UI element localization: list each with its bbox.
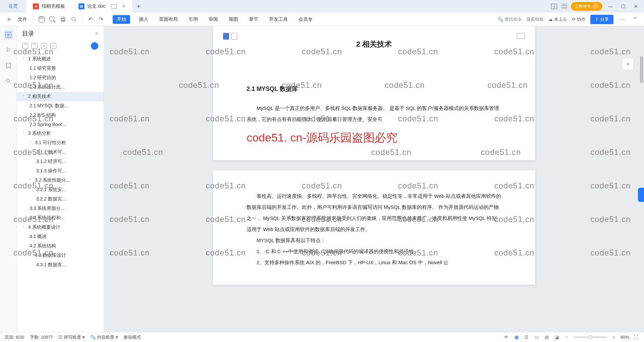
search-command[interactable]: 🔍查找命令、搜索模板 [498,16,544,22]
compat-mode[interactable]: 兼容模式 [123,334,141,340]
right-flyout-icon[interactable]: ≡ [622,58,634,70]
menu-references[interactable]: 引用 [186,15,200,24]
zoom-level[interactable]: 80% [621,335,629,340]
menu-review[interactable]: 审阅 [207,15,220,24]
tab-home[interactable]: 首页 [0,0,26,13]
tree-item[interactable]: 2.2 B/S 结构 [17,111,104,120]
tree-item[interactable]: 3.1.3 操作可... [17,166,104,176]
menu-chapter[interactable]: 章节 [247,15,260,24]
toolbar-right: 🔍查找命令、搜索模板 ☁未上云 ⟳协作 ⇪分享 ⋯ ⌃ [498,15,639,24]
collab-button[interactable]: ⟳协作 [572,16,586,22]
outline-badge-icon[interactable] [91,42,98,50]
tree-item[interactable]: ˅4 系统概要设计 [17,223,104,232]
collapse-all-icon[interactable]: ˅ [22,43,28,49]
tab-template[interactable]: ♥ 找稻壳模板 [26,0,72,13]
close-button[interactable]: ✕ [631,2,641,11]
tree-item[interactable]: 4.1 概述 [17,232,104,241]
tree-item[interactable]: 3.3 系统界面分... [17,204,104,213]
login-button[interactable]: 立即登录 [571,2,602,11]
remove-item-icon[interactable]: − [50,43,56,49]
tree-item[interactable]: 3.2.1 系统安... [17,185,104,194]
cloud-status[interactable]: ☁未上云 [548,16,567,22]
more-icon[interactable]: ⋯ [618,15,626,23]
content-check[interactable]: 🔍内容检查▾ [90,334,118,340]
minimize-button[interactable]: — [606,2,615,11]
zoom-thumb[interactable] [588,335,592,339]
chevron-down-icon[interactable]: ˅ [30,141,34,145]
chevron-down-icon[interactable]: ˅ [23,132,27,135]
tree-item[interactable]: 3.4 系统流程和... [17,213,104,223]
undo-icon[interactable]: ↶ [86,15,94,23]
maximize-button[interactable]: ☐ [619,2,628,11]
page: 2 相关技术 2.1 MYSQL 数据库 MySQL 是一个真正的多用户、多线程… [213,26,535,160]
page-indicator[interactable]: 页面: 6/30 [5,334,24,340]
tree-item[interactable]: 1.2 研究目的 [17,73,104,82]
menu-layout[interactable]: 页面布局 [157,15,180,24]
expand-all-icon[interactable]: ˄ [32,43,38,49]
fullscreen-icon[interactable]: ⛶ [633,334,639,341]
word-count[interactable]: 字数: 10977 [30,334,53,340]
menu-member[interactable]: 会员专 [297,15,315,24]
right-tab-handle[interactable] [638,188,644,202]
save-icon[interactable] [38,15,46,23]
tree-item-label: 2.1 MYSQL 数据... [30,103,68,109]
web-view-icon[interactable]: ▭ [533,334,540,341]
menu-start[interactable]: 开始 [113,15,130,24]
menu-devtools[interactable]: 开发工具 [267,15,290,24]
bookmark-icon[interactable] [4,61,13,70]
focus-icon[interactable]: ◪ [553,334,560,341]
zoom-slider[interactable] [574,337,607,338]
page-icon[interactable] [223,33,229,40]
tree-item[interactable]: 3.2.2 数据完... [17,194,104,204]
tree-item[interactable]: ˅1 系统概述 [17,54,104,64]
flag-icon[interactable]: ⚐ [4,46,13,55]
layout-icon[interactable] [551,3,557,10]
tree-item[interactable]: 2.3 Spring Boot ... [17,120,104,129]
menu-insert[interactable]: 插入 [137,15,150,24]
close-icon[interactable]: × [122,3,125,9]
preview-icon[interactable] [70,15,78,23]
hamburger-icon[interactable]: ≡ [5,15,13,23]
tree-item[interactable]: ˅3.1 可行性分析 [17,138,104,148]
add-tab-button[interactable]: + [132,3,145,10]
tree-item[interactable]: ˅2 相关技术 [17,92,104,101]
zoom-out-icon[interactable]: − [564,334,570,341]
tab-document[interactable]: W 论文.doc × [72,0,132,13]
search-sidebar-icon[interactable] [4,76,13,86]
scrollbar-thumb[interactable] [640,56,643,83]
apps-icon[interactable] [561,3,568,10]
file-menu[interactable]: 文件 [18,16,27,22]
outline-tab-icon[interactable] [4,30,13,40]
page-view-icon[interactable]: ▦ [513,334,520,341]
chevron-down-icon[interactable]: ˅ [23,57,27,61]
outline-close-icon[interactable]: × [95,31,98,37]
tree-item[interactable]: ˅4.3.数据库设计 [17,251,104,260]
tree-item[interactable]: ˅3 系统分析 [17,129,104,138]
menu-view[interactable]: 视图 [227,15,240,24]
page-icon[interactable] [231,33,237,40]
spell-check[interactable]: ☑拼写检查▾ [58,334,85,340]
share-button[interactable]: ⇪分享 [590,15,613,24]
tree-item[interactable]: 2.1 MYSQL 数据... [17,101,104,111]
tree-item[interactable]: 1.3 系统设计思... [17,82,104,92]
eye-icon[interactable]: 👁 [503,334,510,341]
zoom-in-icon[interactable]: + [610,334,617,341]
tree-item[interactable]: 4.3.1 数据库... [17,260,104,270]
tree-item[interactable]: 4.2 系统结构 [17,241,104,251]
chevron-down-icon[interactable]: ˅ [23,226,27,229]
save-as-icon[interactable] [48,15,56,23]
print-icon[interactable] [59,15,67,23]
outline-view-icon[interactable]: ☰ [523,334,530,341]
add-item-icon[interactable]: + [41,43,47,49]
read-view-icon[interactable]: ▤ [543,334,550,341]
chevron-down-icon[interactable]: ˅ [23,95,27,99]
chevron-down-icon[interactable]: ˅ [30,179,34,182]
tree-item[interactable]: 3.1.1 技术可... [17,148,104,157]
tree-item[interactable]: ˅3.2 系统性能分... [17,176,104,185]
redo-icon[interactable]: ↷ [97,15,105,23]
page-options-icon[interactable] [517,33,525,39]
collapse-icon[interactable]: ⌃ [631,15,639,23]
tree-item[interactable]: 1.1 研究背景 [17,64,104,73]
chevron-down-icon[interactable]: ˅ [30,254,34,258]
tree-item[interactable]: 3.1.2 经济可... [17,157,104,166]
